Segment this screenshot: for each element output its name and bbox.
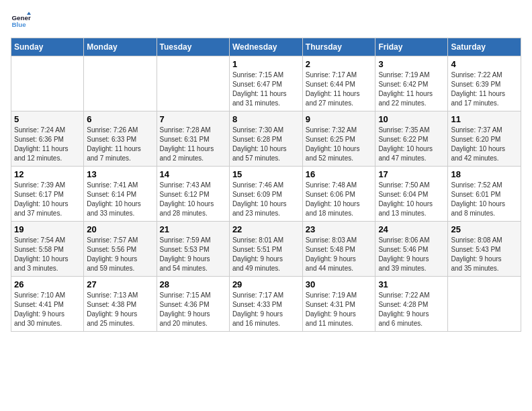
day-number: 28 <box>160 279 226 289</box>
page-header: General Blue <box>11 11 521 31</box>
svg-marker-2 <box>27 12 31 15</box>
calendar-day-cell: 18Sunrise: 7:52 AM Sunset: 6:01 PM Dayli… <box>448 167 521 222</box>
calendar-day-cell: 29Sunrise: 7:17 AM Sunset: 4:33 PM Dayli… <box>229 277 302 332</box>
calendar-day-cell: 3Sunrise: 7:19 AM Sunset: 6:42 PM Daylig… <box>375 56 448 111</box>
day-info: Sunrise: 7:37 AM Sunset: 6:20 PM Dayligh… <box>451 126 518 163</box>
day-number: 26 <box>14 279 81 289</box>
day-number: 17 <box>378 169 445 179</box>
calendar-day-cell: 7Sunrise: 7:28 AM Sunset: 6:31 PM Daylig… <box>157 111 229 167</box>
day-info: Sunrise: 7:19 AM Sunset: 4:31 PM Dayligh… <box>306 291 373 328</box>
day-number: 30 <box>306 279 373 289</box>
calendar-day-cell: 9Sunrise: 7:32 AM Sunset: 6:25 PM Daylig… <box>302 111 375 167</box>
day-number: 13 <box>87 169 153 179</box>
calendar-header-cell: Monday <box>84 38 157 56</box>
calendar-day-cell: 13Sunrise: 7:41 AM Sunset: 6:14 PM Dayli… <box>84 167 157 222</box>
calendar-header-cell: Sunday <box>11 38 84 56</box>
day-info: Sunrise: 8:01 AM Sunset: 5:51 PM Dayligh… <box>232 236 300 273</box>
day-number: 7 <box>160 114 226 124</box>
day-number: 10 <box>378 114 445 124</box>
day-info: Sunrise: 7:35 AM Sunset: 6:22 PM Dayligh… <box>378 126 445 163</box>
calendar-day-cell: 24Sunrise: 8:06 AM Sunset: 5:46 PM Dayli… <box>375 222 448 277</box>
day-info: Sunrise: 7:22 AM Sunset: 6:39 PM Dayligh… <box>451 71 518 108</box>
calendar-day-cell: 1Sunrise: 7:15 AM Sunset: 6:47 PM Daylig… <box>229 56 302 111</box>
calendar-day-cell: 6Sunrise: 7:26 AM Sunset: 6:33 PM Daylig… <box>84 111 157 167</box>
day-number: 12 <box>14 169 81 179</box>
calendar-header-cell: Wednesday <box>229 38 302 56</box>
calendar-day-cell <box>157 56 229 111</box>
day-info: Sunrise: 8:08 AM Sunset: 5:43 PM Dayligh… <box>451 236 518 273</box>
calendar-day-cell: 11Sunrise: 7:37 AM Sunset: 6:20 PM Dayli… <box>448 111 521 167</box>
day-info: Sunrise: 8:03 AM Sunset: 5:48 PM Dayligh… <box>306 236 373 273</box>
calendar-day-cell <box>11 56 84 111</box>
day-info: Sunrise: 7:39 AM Sunset: 6:17 PM Dayligh… <box>14 181 81 218</box>
day-info: Sunrise: 7:50 AM Sunset: 6:04 PM Dayligh… <box>378 181 445 218</box>
day-info: Sunrise: 7:48 AM Sunset: 6:06 PM Dayligh… <box>306 181 373 218</box>
calendar-day-cell: 21Sunrise: 7:59 AM Sunset: 5:53 PM Dayli… <box>157 222 229 277</box>
calendar-day-cell: 12Sunrise: 7:39 AM Sunset: 6:17 PM Dayli… <box>11 167 84 222</box>
logo: General Blue <box>11 11 31 31</box>
day-number: 20 <box>87 224 153 234</box>
day-number: 2 <box>306 59 373 69</box>
calendar-day-cell: 31Sunrise: 7:22 AM Sunset: 4:28 PM Dayli… <box>375 277 448 332</box>
calendar-header-cell: Friday <box>375 38 448 56</box>
calendar-day-cell: 25Sunrise: 8:08 AM Sunset: 5:43 PM Dayli… <box>448 222 521 277</box>
calendar-table: SundayMondayTuesdayWednesdayThursdayFrid… <box>11 38 521 332</box>
day-number: 8 <box>232 114 300 124</box>
day-number: 25 <box>451 224 518 234</box>
calendar-day-cell: 20Sunrise: 7:57 AM Sunset: 5:56 PM Dayli… <box>84 222 157 277</box>
day-number: 15 <box>232 169 300 179</box>
day-number: 19 <box>14 224 81 234</box>
day-info: Sunrise: 7:43 AM Sunset: 6:12 PM Dayligh… <box>160 181 226 218</box>
day-number: 22 <box>232 224 300 234</box>
calendar-week-row: 12Sunrise: 7:39 AM Sunset: 6:17 PM Dayli… <box>11 167 521 222</box>
day-info: Sunrise: 7:22 AM Sunset: 4:28 PM Dayligh… <box>378 291 445 328</box>
calendar-day-cell: 19Sunrise: 7:54 AM Sunset: 5:58 PM Dayli… <box>11 222 84 277</box>
day-info: Sunrise: 7:28 AM Sunset: 6:31 PM Dayligh… <box>160 126 226 163</box>
day-number: 29 <box>232 279 300 289</box>
calendar-day-cell: 5Sunrise: 7:24 AM Sunset: 6:36 PM Daylig… <box>11 111 84 167</box>
calendar-day-cell: 14Sunrise: 7:43 AM Sunset: 6:12 PM Dayli… <box>157 167 229 222</box>
day-number: 18 <box>451 169 518 179</box>
calendar-day-cell: 23Sunrise: 8:03 AM Sunset: 5:48 PM Dayli… <box>302 222 375 277</box>
day-number: 23 <box>306 224 373 234</box>
calendar-day-cell: 26Sunrise: 7:10 AM Sunset: 4:41 PM Dayli… <box>11 277 84 332</box>
svg-text:General: General <box>12 14 32 21</box>
calendar-week-row: 19Sunrise: 7:54 AM Sunset: 5:58 PM Dayli… <box>11 222 521 277</box>
day-number: 9 <box>306 114 373 124</box>
calendar-day-cell: 16Sunrise: 7:48 AM Sunset: 6:06 PM Dayli… <box>302 167 375 222</box>
calendar-header-cell: Saturday <box>448 38 521 56</box>
day-number: 11 <box>451 114 518 124</box>
calendar-day-cell <box>448 277 521 332</box>
day-number: 1 <box>232 59 300 69</box>
day-info: Sunrise: 7:32 AM Sunset: 6:25 PM Dayligh… <box>306 126 373 163</box>
day-number: 24 <box>378 224 445 234</box>
calendar-day-cell: 28Sunrise: 7:15 AM Sunset: 4:36 PM Dayli… <box>157 277 229 332</box>
day-info: Sunrise: 7:41 AM Sunset: 6:14 PM Dayligh… <box>87 181 153 218</box>
svg-text:Blue: Blue <box>12 21 27 28</box>
day-info: Sunrise: 7:57 AM Sunset: 5:56 PM Dayligh… <box>87 236 153 273</box>
day-info: Sunrise: 7:15 AM Sunset: 4:36 PM Dayligh… <box>160 291 226 328</box>
day-info: Sunrise: 7:10 AM Sunset: 4:41 PM Dayligh… <box>14 291 81 328</box>
calendar-header-cell: Thursday <box>302 38 375 56</box>
calendar-body: 1Sunrise: 7:15 AM Sunset: 6:47 PM Daylig… <box>11 56 521 332</box>
day-info: Sunrise: 7:59 AM Sunset: 5:53 PM Dayligh… <box>160 236 226 273</box>
day-number: 31 <box>378 279 445 289</box>
calendar-day-cell: 2Sunrise: 7:17 AM Sunset: 6:44 PM Daylig… <box>302 56 375 111</box>
day-info: Sunrise: 7:19 AM Sunset: 6:42 PM Dayligh… <box>378 71 445 108</box>
calendar-week-row: 26Sunrise: 7:10 AM Sunset: 4:41 PM Dayli… <box>11 277 521 332</box>
day-info: Sunrise: 8:06 AM Sunset: 5:46 PM Dayligh… <box>378 236 445 273</box>
calendar-day-cell: 17Sunrise: 7:50 AM Sunset: 6:04 PM Dayli… <box>375 167 448 222</box>
calendar-day-cell: 8Sunrise: 7:30 AM Sunset: 6:28 PM Daylig… <box>229 111 302 167</box>
day-info: Sunrise: 7:46 AM Sunset: 6:09 PM Dayligh… <box>232 181 300 218</box>
calendar-week-row: 5Sunrise: 7:24 AM Sunset: 6:36 PM Daylig… <box>11 111 521 167</box>
calendar-week-row: 1Sunrise: 7:15 AM Sunset: 6:47 PM Daylig… <box>11 56 521 111</box>
day-number: 3 <box>378 59 445 69</box>
calendar-header-cell: Tuesday <box>157 38 229 56</box>
day-number: 5 <box>14 114 81 124</box>
day-number: 21 <box>160 224 226 234</box>
day-info: Sunrise: 7:54 AM Sunset: 5:58 PM Dayligh… <box>14 236 81 273</box>
calendar-day-cell: 10Sunrise: 7:35 AM Sunset: 6:22 PM Dayli… <box>375 111 448 167</box>
day-info: Sunrise: 7:15 AM Sunset: 6:47 PM Dayligh… <box>232 71 300 108</box>
calendar-day-cell: 27Sunrise: 7:13 AM Sunset: 4:38 PM Dayli… <box>84 277 157 332</box>
calendar-day-cell: 15Sunrise: 7:46 AM Sunset: 6:09 PM Dayli… <box>229 167 302 222</box>
